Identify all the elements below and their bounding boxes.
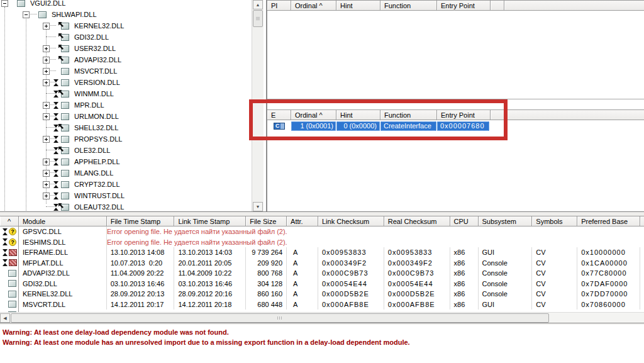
column-header-link-checksum[interactable]: Link Checksum: [318, 216, 384, 226]
column-header-file-size[interactable]: File Size: [246, 216, 287, 226]
module-name: MFPLAT.DLL: [19, 258, 107, 269]
tree-item-oleaut32[interactable]: OLEAUT32.DLL: [0, 201, 252, 212]
tree-item-crypt32[interactable]: CRYPT32.DLL: [0, 179, 252, 190]
dependency-tree-pane: VGUI2.DLL SHLWAPI.DLL KERNEL32.DLL GDI32…: [0, 0, 252, 212]
column-header-symbols[interactable]: Symbols: [532, 216, 577, 226]
tree-vertical-scrollbar[interactable]: ▲ ▼: [252, 0, 264, 212]
tree-item-winmm[interactable]: WINMM.DLL: [0, 88, 252, 99]
module-row-ieframe[interactable]: IEFRAME.DLL 13.10.2013 14:08 13.10.2013 …: [0, 247, 644, 258]
real-checksum: 0x00953833: [384, 247, 450, 258]
dll-icon: [61, 159, 69, 165]
module-row-advapi32[interactable]: ADVAPI32.DLL 11.04.2009 20:22 11.04.2009…: [0, 268, 644, 279]
tree-expander-minus-icon[interactable]: [1, 0, 8, 7]
tree-expander-plus-icon[interactable]: [43, 193, 50, 199]
tree-expander-plus-icon[interactable]: [43, 102, 50, 109]
column-header-hint[interactable]: Hint: [336, 1, 380, 10]
export-hint: 0 (0x0000): [336, 121, 380, 131]
tree-item-shlwapi[interactable]: SHLWAPI.DLL: [0, 9, 252, 20]
column-header-real-checksum[interactable]: Real Checksum: [384, 216, 450, 226]
module-list-horizontal-scrollbar[interactable]: ◀: [0, 312, 644, 323]
preferred-base: 0x7DD70000: [577, 289, 640, 299]
attributes: A: [287, 289, 318, 299]
column-header-subsystem[interactable]: Subsystem: [479, 216, 533, 226]
subsystem: Console: [479, 258, 533, 269]
tree-item-apphelp[interactable]: APPHELP.DLL: [0, 156, 252, 167]
file-size: 209 920: [246, 258, 287, 269]
column-header-function[interactable]: Function: [380, 110, 437, 120]
tree-item-urlmon[interactable]: URLMON.DLL: [0, 111, 252, 122]
symbols: CV: [532, 247, 577, 258]
tree-expander-plus-icon[interactable]: [43, 23, 50, 30]
tree-item-mlang[interactable]: MLANG.DLL: [0, 167, 252, 179]
tree-item-shell32[interactable]: SHELL32.DLL: [0, 122, 252, 133]
tree-expander-plus-icon[interactable]: [43, 170, 50, 177]
column-header-link-time[interactable]: Link Time Stamp: [174, 216, 246, 226]
export-entry-point: 0x00007680: [437, 121, 489, 131]
link-time-stamp: 11.04.2009 10:22: [174, 268, 246, 279]
scroll-down-button[interactable]: ▼: [253, 202, 263, 211]
module-row-kernel32[interactable]: KERNEL32.DLL 28.09.2012 20:13 28.09.2012…: [0, 289, 644, 299]
module-row-msvcrt[interactable]: MSVCRT.DLL 14.12.2011 20:17 14.12.2011 2…: [0, 299, 644, 310]
dll-icon: [61, 113, 69, 120]
column-header-entry-point[interactable]: Entry Point: [437, 110, 491, 120]
module-name: GPSVC.DLL: [19, 226, 107, 237]
scroll-up-button[interactable]: ▲: [253, 0, 263, 9]
real-checksum: 0x000D5B2E: [384, 289, 450, 299]
pane-splitter-horizontal[interactable]: [267, 99, 644, 99]
export-function-row-selected[interactable]: C 1 (0x0001) 0 (0x0000) CreateInterface …: [267, 121, 644, 131]
tree-item-msvcrt[interactable]: MSVCRT.DLL: [0, 65, 252, 77]
subsystem: Console: [479, 279, 533, 289]
link-checksum: 0x000D5B2E: [318, 289, 384, 299]
column-header-entry-point[interactable]: Entry Point: [437, 1, 491, 10]
warning-line: Warning: At least one module has an unre…: [3, 338, 644, 348]
module-name: GDI32.DLL: [19, 279, 107, 289]
module-row-ieshims[interactable]: IESHIMS.DLL Error opening file. Не удает…: [0, 237, 644, 248]
hourglass-icon: [53, 102, 60, 109]
tree-item-vgui2[interactable]: VGUI2.DLL: [0, 0, 252, 9]
file-size: 800 768: [246, 268, 287, 279]
column-header-function[interactable]: Function: [380, 1, 437, 10]
module-row-gpsvc[interactable]: GPSVC.DLL Error opening file. Не удается…: [0, 226, 644, 237]
column-header-module[interactable]: Module: [19, 216, 107, 226]
pane-splitter-horizontal[interactable]: [0, 211, 644, 216]
cpu: x86: [450, 279, 479, 289]
export-ordinal: 1 (0x0001): [291, 121, 336, 131]
tree-expander-plus-icon[interactable]: [43, 79, 50, 86]
column-header-ordinal[interactable]: Ordinal ^: [291, 110, 336, 120]
tree-item-wintrust[interactable]: WINTRUST.DLL: [0, 190, 252, 201]
tree-item-propsys[interactable]: PROPSYS.DLL: [0, 133, 252, 145]
link-time-stamp: 28.09.2012 20:16: [174, 289, 246, 299]
scrollbar-thumb[interactable]: [11, 313, 549, 323]
column-header-e[interactable]: E: [267, 110, 291, 120]
column-header-hint[interactable]: Hint: [336, 110, 380, 120]
column-header-pi[interactable]: PI: [267, 1, 291, 10]
column-header-cpu[interactable]: CPU: [450, 216, 479, 226]
column-header-preferred-base[interactable]: Preferred Base: [577, 216, 640, 226]
tree-expander-plus-icon[interactable]: [43, 57, 50, 64]
tree-expander-minus-icon[interactable]: [23, 11, 30, 18]
scroll-left-button[interactable]: ◀: [0, 313, 10, 323]
hourglass-icon: [3, 238, 8, 245]
tree-expander-plus-icon[interactable]: [43, 45, 50, 52]
column-header-attr[interactable]: Attr.: [287, 216, 318, 226]
tree-expander-plus-icon[interactable]: [43, 113, 50, 120]
column-header-file-time[interactable]: File Time Stamp: [107, 216, 175, 226]
tree-item-user32[interactable]: USER32.DLL: [0, 43, 252, 54]
module-row-gdi32[interactable]: GDI32.DLL 03.10.2013 16:46 03.10.2013 16…: [0, 279, 644, 289]
tree-item-kernel32[interactable]: KERNEL32.DLL: [0, 20, 252, 31]
module-row-mfplat[interactable]: MFPLAT.DLL 10.07.2013 0:20 20.01.2011 20…: [0, 258, 644, 269]
tree-expander-plus-icon[interactable]: [43, 181, 50, 188]
export-functions-pane: E Ordinal ^ Hint Function Entry Point C …: [267, 109, 644, 212]
tree-item-advapi32[interactable]: ADVAPI32.DLL: [0, 54, 252, 65]
preferred-base: 0x1CA00000: [577, 258, 640, 269]
column-header-sort[interactable]: ^: [0, 216, 19, 226]
tree-expander-plus-icon[interactable]: [43, 136, 50, 143]
tree-item-ole32[interactable]: OLE32.DLL: [0, 145, 252, 156]
tree-expander-plus-icon[interactable]: [43, 68, 50, 75]
tree-item-version[interactable]: VERSION.DLL: [0, 77, 252, 88]
tree-item-mpr[interactable]: MPR.DLL: [0, 99, 252, 111]
tree-expander-plus-icon[interactable]: [43, 159, 50, 165]
scrollbar-thumb[interactable]: [253, 10, 263, 27]
tree-item-gdi32[interactable]: GDI32.DLL: [0, 31, 252, 43]
column-header-ordinal[interactable]: Ordinal ^: [291, 1, 336, 10]
